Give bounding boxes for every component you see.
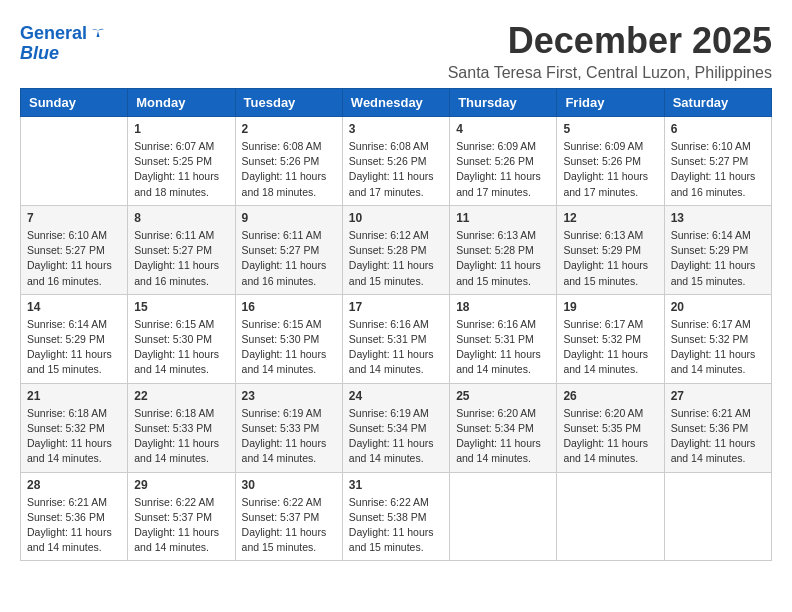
col-thursday: Thursday xyxy=(450,89,557,117)
day-info: Sunrise: 6:22 AMSunset: 5:37 PMDaylight:… xyxy=(134,495,228,556)
day-number: 22 xyxy=(134,389,228,403)
calendar-cell: 14Sunrise: 6:14 AMSunset: 5:29 PMDayligh… xyxy=(21,294,128,383)
day-number: 8 xyxy=(134,211,228,225)
day-number: 7 xyxy=(27,211,121,225)
calendar-cell: 30Sunrise: 6:22 AMSunset: 5:37 PMDayligh… xyxy=(235,472,342,561)
day-number: 5 xyxy=(563,122,657,136)
calendar-cell: 27Sunrise: 6:21 AMSunset: 5:36 PMDayligh… xyxy=(664,383,771,472)
calendar-cell: 6Sunrise: 6:10 AMSunset: 5:27 PMDaylight… xyxy=(664,117,771,206)
col-saturday: Saturday xyxy=(664,89,771,117)
calendar-table: Sunday Monday Tuesday Wednesday Thursday… xyxy=(20,88,772,561)
day-info: Sunrise: 6:10 AMSunset: 5:27 PMDaylight:… xyxy=(27,228,121,289)
day-info: Sunrise: 6:07 AMSunset: 5:25 PMDaylight:… xyxy=(134,139,228,200)
calendar-cell: 8Sunrise: 6:11 AMSunset: 5:27 PMDaylight… xyxy=(128,205,235,294)
calendar-cell: 3Sunrise: 6:08 AMSunset: 5:26 PMDaylight… xyxy=(342,117,449,206)
calendar-cell: 19Sunrise: 6:17 AMSunset: 5:32 PMDayligh… xyxy=(557,294,664,383)
day-number: 19 xyxy=(563,300,657,314)
day-info: Sunrise: 6:22 AMSunset: 5:37 PMDaylight:… xyxy=(242,495,336,556)
day-info: Sunrise: 6:19 AMSunset: 5:33 PMDaylight:… xyxy=(242,406,336,467)
calendar-cell: 31Sunrise: 6:22 AMSunset: 5:38 PMDayligh… xyxy=(342,472,449,561)
day-info: Sunrise: 6:16 AMSunset: 5:31 PMDaylight:… xyxy=(456,317,550,378)
title-block: December 2025 Santa Teresa First, Centra… xyxy=(448,20,772,82)
day-info: Sunrise: 6:13 AMSunset: 5:29 PMDaylight:… xyxy=(563,228,657,289)
calendar-cell: 26Sunrise: 6:20 AMSunset: 5:35 PMDayligh… xyxy=(557,383,664,472)
day-number: 29 xyxy=(134,478,228,492)
day-info: Sunrise: 6:17 AMSunset: 5:32 PMDaylight:… xyxy=(563,317,657,378)
calendar-cell: 5Sunrise: 6:09 AMSunset: 5:26 PMDaylight… xyxy=(557,117,664,206)
day-info: Sunrise: 6:21 AMSunset: 5:36 PMDaylight:… xyxy=(671,406,765,467)
calendar-cell: 17Sunrise: 6:16 AMSunset: 5:31 PMDayligh… xyxy=(342,294,449,383)
day-number: 26 xyxy=(563,389,657,403)
day-number: 13 xyxy=(671,211,765,225)
day-number: 21 xyxy=(27,389,121,403)
day-number: 25 xyxy=(456,389,550,403)
calendar-cell: 20Sunrise: 6:17 AMSunset: 5:32 PMDayligh… xyxy=(664,294,771,383)
calendar-cell: 15Sunrise: 6:15 AMSunset: 5:30 PMDayligh… xyxy=(128,294,235,383)
day-info: Sunrise: 6:18 AMSunset: 5:33 PMDaylight:… xyxy=(134,406,228,467)
day-number: 20 xyxy=(671,300,765,314)
day-info: Sunrise: 6:09 AMSunset: 5:26 PMDaylight:… xyxy=(563,139,657,200)
day-number: 1 xyxy=(134,122,228,136)
calendar-week-row: 28Sunrise: 6:21 AMSunset: 5:36 PMDayligh… xyxy=(21,472,772,561)
day-info: Sunrise: 6:09 AMSunset: 5:26 PMDaylight:… xyxy=(456,139,550,200)
calendar-week-row: 21Sunrise: 6:18 AMSunset: 5:32 PMDayligh… xyxy=(21,383,772,472)
calendar-cell: 11Sunrise: 6:13 AMSunset: 5:28 PMDayligh… xyxy=(450,205,557,294)
day-info: Sunrise: 6:14 AMSunset: 5:29 PMDaylight:… xyxy=(27,317,121,378)
calendar-cell xyxy=(664,472,771,561)
header-row: Sunday Monday Tuesday Wednesday Thursday… xyxy=(21,89,772,117)
calendar-cell: 24Sunrise: 6:19 AMSunset: 5:34 PMDayligh… xyxy=(342,383,449,472)
day-number: 24 xyxy=(349,389,443,403)
day-info: Sunrise: 6:08 AMSunset: 5:26 PMDaylight:… xyxy=(349,139,443,200)
day-info: Sunrise: 6:11 AMSunset: 5:27 PMDaylight:… xyxy=(134,228,228,289)
page-header: General Blue December 2025 Santa Teresa … xyxy=(20,20,772,82)
day-number: 23 xyxy=(242,389,336,403)
col-monday: Monday xyxy=(128,89,235,117)
calendar-cell xyxy=(450,472,557,561)
col-tuesday: Tuesday xyxy=(235,89,342,117)
calendar-cell: 23Sunrise: 6:19 AMSunset: 5:33 PMDayligh… xyxy=(235,383,342,472)
day-number: 11 xyxy=(456,211,550,225)
calendar-week-row: 1Sunrise: 6:07 AMSunset: 5:25 PMDaylight… xyxy=(21,117,772,206)
day-number: 3 xyxy=(349,122,443,136)
logo-text-line1: General xyxy=(20,24,87,44)
day-info: Sunrise: 6:17 AMSunset: 5:32 PMDaylight:… xyxy=(671,317,765,378)
calendar-cell: 2Sunrise: 6:08 AMSunset: 5:26 PMDaylight… xyxy=(235,117,342,206)
calendar-cell: 1Sunrise: 6:07 AMSunset: 5:25 PMDaylight… xyxy=(128,117,235,206)
day-info: Sunrise: 6:21 AMSunset: 5:36 PMDaylight:… xyxy=(27,495,121,556)
subtitle: Santa Teresa First, Central Luzon, Phili… xyxy=(448,64,772,82)
day-info: Sunrise: 6:19 AMSunset: 5:34 PMDaylight:… xyxy=(349,406,443,467)
day-info: Sunrise: 6:08 AMSunset: 5:26 PMDaylight:… xyxy=(242,139,336,200)
day-number: 4 xyxy=(456,122,550,136)
day-number: 15 xyxy=(134,300,228,314)
day-number: 28 xyxy=(27,478,121,492)
calendar-cell: 10Sunrise: 6:12 AMSunset: 5:28 PMDayligh… xyxy=(342,205,449,294)
calendar-cell: 13Sunrise: 6:14 AMSunset: 5:29 PMDayligh… xyxy=(664,205,771,294)
day-number: 27 xyxy=(671,389,765,403)
day-info: Sunrise: 6:14 AMSunset: 5:29 PMDaylight:… xyxy=(671,228,765,289)
day-number: 2 xyxy=(242,122,336,136)
calendar-week-row: 7Sunrise: 6:10 AMSunset: 5:27 PMDaylight… xyxy=(21,205,772,294)
logo-text-line2: Blue xyxy=(20,44,59,64)
col-sunday: Sunday xyxy=(21,89,128,117)
calendar-cell: 7Sunrise: 6:10 AMSunset: 5:27 PMDaylight… xyxy=(21,205,128,294)
day-number: 14 xyxy=(27,300,121,314)
day-info: Sunrise: 6:20 AMSunset: 5:34 PMDaylight:… xyxy=(456,406,550,467)
day-info: Sunrise: 6:13 AMSunset: 5:28 PMDaylight:… xyxy=(456,228,550,289)
day-info: Sunrise: 6:22 AMSunset: 5:38 PMDaylight:… xyxy=(349,495,443,556)
day-number: 12 xyxy=(563,211,657,225)
day-number: 31 xyxy=(349,478,443,492)
calendar-cell: 29Sunrise: 6:22 AMSunset: 5:37 PMDayligh… xyxy=(128,472,235,561)
calendar-week-row: 14Sunrise: 6:14 AMSunset: 5:29 PMDayligh… xyxy=(21,294,772,383)
day-info: Sunrise: 6:15 AMSunset: 5:30 PMDaylight:… xyxy=(134,317,228,378)
calendar-cell: 16Sunrise: 6:15 AMSunset: 5:30 PMDayligh… xyxy=(235,294,342,383)
day-number: 10 xyxy=(349,211,443,225)
calendar-cell: 12Sunrise: 6:13 AMSunset: 5:29 PMDayligh… xyxy=(557,205,664,294)
day-number: 17 xyxy=(349,300,443,314)
calendar-cell: 21Sunrise: 6:18 AMSunset: 5:32 PMDayligh… xyxy=(21,383,128,472)
calendar-cell xyxy=(557,472,664,561)
day-info: Sunrise: 6:15 AMSunset: 5:30 PMDaylight:… xyxy=(242,317,336,378)
calendar-cell: 4Sunrise: 6:09 AMSunset: 5:26 PMDaylight… xyxy=(450,117,557,206)
day-info: Sunrise: 6:12 AMSunset: 5:28 PMDaylight:… xyxy=(349,228,443,289)
logo-bird-icon xyxy=(89,25,107,43)
day-info: Sunrise: 6:18 AMSunset: 5:32 PMDaylight:… xyxy=(27,406,121,467)
